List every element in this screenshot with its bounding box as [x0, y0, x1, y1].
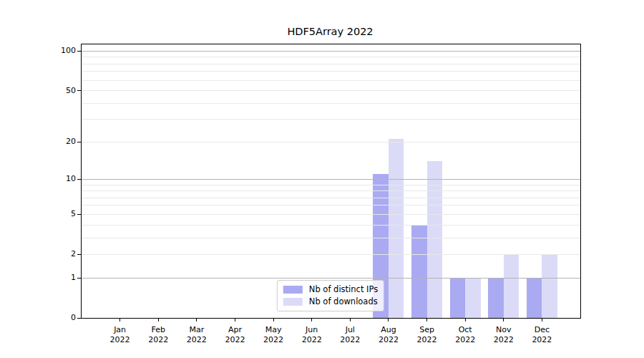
y-tick-label: 100 — [40, 45, 76, 57]
minor-gridline — [82, 190, 580, 191]
x-tick-month: Sep — [406, 325, 449, 335]
minor-gridline — [82, 80, 580, 81]
minor-gridline — [82, 90, 580, 91]
x-tick-month: Jul — [328, 325, 371, 335]
x-tick-label: Feb2022 — [137, 325, 180, 345]
x-tick — [273, 318, 274, 321]
x-tick-month: Oct — [444, 325, 487, 335]
minor-gridline — [82, 225, 580, 226]
x-tick-year: 2022 — [99, 335, 142, 345]
x-tick-year: 2022 — [213, 335, 256, 345]
bar-distinct-ips — [450, 278, 466, 318]
x-tick-month: Jan — [99, 325, 142, 335]
x-tick-year: 2022 — [291, 335, 333, 345]
y-tick-label: 2 — [40, 248, 76, 260]
minor-gridline — [82, 198, 580, 198]
x-tick-year: 2022 — [137, 335, 180, 345]
y-tick-label: 1 — [40, 272, 76, 284]
y-tick-label: 50 — [40, 85, 76, 97]
x-tick — [542, 318, 542, 321]
plot-area: 0125102050100Jan2022Feb2022Mar2022Apr202… — [81, 44, 581, 319]
legend-item-downloads: Nb of downloads — [283, 296, 378, 308]
legend: Nb of distinct IPs Nb of downloads — [277, 280, 384, 311]
y-tick — [77, 214, 81, 215]
x-tick — [196, 318, 197, 321]
x-tick — [235, 318, 235, 321]
y-tick — [77, 90, 81, 91]
legend-swatch-distinct-ips — [283, 286, 303, 294]
x-tick-month: May — [252, 325, 295, 335]
x-tick-year: 2022 — [328, 335, 371, 345]
minor-gridline — [82, 103, 580, 104]
bar-downloads — [389, 139, 404, 318]
x-tick-label: Apr2022 — [213, 325, 256, 345]
minor-gridline — [82, 254, 580, 255]
x-tick-label: Jan2022 — [99, 325, 142, 345]
x-tick-month: Feb — [137, 325, 180, 335]
bar-distinct-ips — [488, 278, 504, 318]
x-tick-year: 2022 — [520, 335, 563, 345]
x-tick-label: May2022 — [252, 325, 295, 345]
bar-downloads — [504, 254, 519, 318]
bar-downloads — [465, 278, 481, 318]
legend-label-distinct-ips: Nb of distinct IPs — [309, 284, 378, 295]
x-tick-month: Mar — [175, 325, 218, 335]
x-tick-month: Jun — [291, 325, 333, 335]
x-tick — [426, 318, 427, 321]
x-tick-label: Mar2022 — [175, 325, 218, 345]
x-tick-label: Oct2022 — [444, 325, 487, 345]
figure: HDF5Array 2022 0125102050100Jan2022Feb20… — [0, 0, 644, 358]
y-tick — [77, 51, 81, 52]
minor-gridline — [82, 64, 580, 64]
x-tick — [119, 318, 120, 321]
y-tick-label: 20 — [40, 136, 76, 147]
x-tick — [503, 318, 504, 321]
x-tick-label: Dec2022 — [520, 325, 563, 345]
y-tick-label: 10 — [40, 173, 76, 185]
y-tick — [77, 318, 81, 319]
bar-distinct-ips — [411, 225, 427, 318]
x-tick — [158, 318, 159, 321]
x-tick-label: Jun2022 — [291, 325, 333, 345]
x-tick-label: Sep2022 — [406, 325, 449, 345]
x-tick-label: Nov2022 — [482, 325, 525, 345]
x-tick-label: Jul2022 — [328, 325, 371, 345]
x-tick-month: Dec — [520, 325, 563, 335]
y-tick — [77, 179, 81, 180]
x-tick-year: 2022 — [444, 335, 487, 345]
minor-gridline — [82, 205, 580, 205]
bar-distinct-ips — [527, 278, 542, 318]
x-tick — [465, 318, 466, 321]
x-tick-month: Nov — [482, 325, 525, 335]
x-tick — [350, 318, 351, 321]
x-tick-month: Aug — [367, 325, 410, 335]
x-tick-year: 2022 — [406, 335, 449, 345]
minor-gridline — [82, 71, 580, 72]
legend-item-distinct-ips: Nb of distinct IPs — [283, 284, 378, 296]
minor-gridline — [82, 185, 580, 185]
legend-swatch-downloads — [283, 298, 303, 306]
x-tick-year: 2022 — [252, 335, 295, 345]
x-tick-year: 2022 — [175, 335, 218, 345]
minor-gridline — [82, 119, 580, 120]
x-tick — [311, 318, 312, 321]
major-gridline — [82, 278, 580, 279]
minor-gridline — [82, 142, 580, 142]
major-gridline — [82, 179, 580, 180]
legend-label-downloads: Nb of downloads — [309, 296, 378, 307]
y-tick — [77, 142, 81, 142]
x-tick — [388, 318, 389, 321]
y-tick — [77, 254, 81, 255]
major-gridline — [82, 51, 580, 52]
x-tick-month: Apr — [213, 325, 256, 335]
bar-downloads — [542, 254, 557, 318]
minor-gridline — [82, 238, 580, 238]
minor-gridline — [82, 214, 580, 215]
x-tick-year: 2022 — [482, 335, 525, 345]
y-tick-label: 5 — [40, 208, 76, 220]
y-tick-label: 0 — [40, 312, 76, 324]
y-tick — [77, 278, 81, 279]
x-tick-label: Aug2022 — [367, 325, 410, 345]
minor-gridline — [82, 57, 580, 57]
chart-title: HDF5Array 2022 — [81, 26, 580, 37]
